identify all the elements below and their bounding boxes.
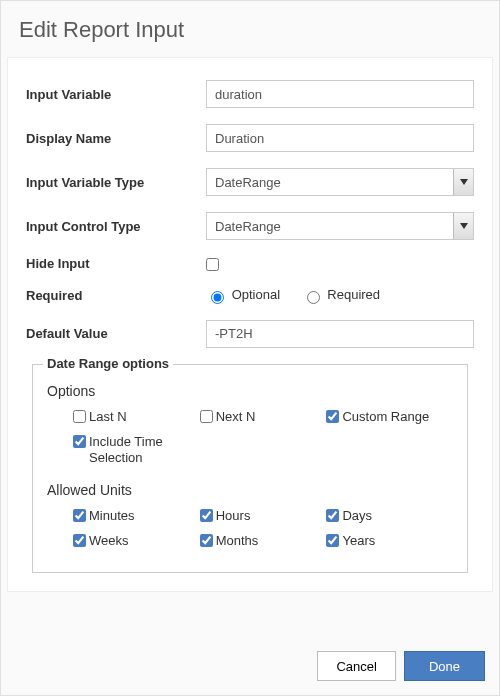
label-input-variable-type: Input Variable Type [26, 175, 206, 190]
row-input-variable-type: Input Variable Type DateRange [26, 168, 474, 196]
label-display-name: Display Name [26, 131, 206, 146]
date-range-options-legend: Date Range options [43, 356, 173, 371]
option-include-time[interactable]: Include Time Selection [69, 434, 196, 467]
options-grid: Last N Next N Custom Range Include Time … [47, 409, 453, 475]
edit-report-input-dialog: Edit Report Input Input Variable Display… [0, 0, 500, 696]
unit-months-checkbox[interactable] [200, 534, 213, 547]
unit-weeks[interactable]: Weeks [69, 533, 196, 550]
unit-years-label: Years [342, 533, 375, 549]
required-required-radio[interactable] [307, 291, 320, 304]
row-default-value: Default Value [26, 320, 474, 348]
label-hide-input: Hide Input [26, 256, 206, 271]
row-hide-input: Hide Input [26, 256, 474, 271]
required-optional-option[interactable]: Optional [206, 287, 284, 302]
dialog-body: Input Variable Display Name Input Variab… [7, 57, 493, 592]
chevron-down-icon [453, 213, 473, 239]
row-input-control-type: Input Control Type DateRange [26, 212, 474, 240]
unit-years-checkbox[interactable] [326, 534, 339, 547]
unit-hours-checkbox[interactable] [200, 509, 213, 522]
required-optional-label: Optional [232, 287, 280, 302]
unit-days-label: Days [342, 508, 372, 524]
option-custom-range-checkbox[interactable] [326, 410, 339, 423]
cancel-button[interactable]: Cancel [317, 651, 395, 681]
label-required: Required [26, 288, 206, 303]
label-input-variable: Input Variable [26, 87, 206, 102]
label-input-control-type: Input Control Type [26, 219, 206, 234]
option-custom-range[interactable]: Custom Range [322, 409, 449, 426]
unit-weeks-checkbox[interactable] [73, 534, 86, 547]
unit-minutes-checkbox[interactable] [73, 509, 86, 522]
options-header: Options [47, 383, 453, 399]
unit-hours[interactable]: Hours [196, 508, 323, 525]
unit-years[interactable]: Years [322, 533, 449, 550]
option-custom-range-label: Custom Range [342, 409, 429, 425]
units-grid: Minutes Hours Days Weeks Months [47, 508, 453, 558]
option-last-n[interactable]: Last N [69, 409, 196, 426]
option-last-n-label: Last N [89, 409, 127, 425]
unit-days[interactable]: Days [322, 508, 449, 525]
unit-hours-label: Hours [216, 508, 251, 524]
unit-minutes-label: Minutes [89, 508, 135, 524]
unit-weeks-label: Weeks [89, 533, 129, 549]
hide-input-checkbox[interactable] [206, 258, 219, 271]
option-next-n[interactable]: Next N [196, 409, 323, 426]
unit-minutes[interactable]: Minutes [69, 508, 196, 525]
unit-days-checkbox[interactable] [326, 509, 339, 522]
input-control-type-select[interactable]: DateRange [206, 212, 474, 240]
row-input-variable: Input Variable [26, 80, 474, 108]
required-required-label: Required [327, 287, 380, 302]
input-variable-type-value: DateRange [207, 175, 453, 190]
default-value-field[interactable] [206, 320, 474, 348]
input-variable-type-select[interactable]: DateRange [206, 168, 474, 196]
display-name-field[interactable] [206, 124, 474, 152]
unit-months-label: Months [216, 533, 259, 549]
done-button[interactable]: Done [404, 651, 485, 681]
dialog-header: Edit Report Input [1, 1, 499, 57]
units-header: Allowed Units [47, 482, 453, 498]
row-required: Required Optional Required [26, 287, 474, 304]
required-optional-radio[interactable] [211, 291, 224, 304]
option-last-n-checkbox[interactable] [73, 410, 86, 423]
dialog-footer: Cancel Done [1, 637, 499, 695]
required-required-option[interactable]: Required [302, 287, 380, 302]
input-control-type-value: DateRange [207, 219, 453, 234]
label-default-value: Default Value [26, 326, 206, 341]
date-range-options-fieldset: Date Range options Options Last N Next N… [32, 364, 468, 574]
dialog-title: Edit Report Input [19, 17, 481, 43]
chevron-down-icon [453, 169, 473, 195]
option-next-n-checkbox[interactable] [200, 410, 213, 423]
option-next-n-label: Next N [216, 409, 256, 425]
option-include-time-label: Include Time Selection [89, 434, 196, 467]
unit-months[interactable]: Months [196, 533, 323, 550]
option-include-time-checkbox[interactable] [73, 435, 86, 448]
input-variable-field[interactable] [206, 80, 474, 108]
row-display-name: Display Name [26, 124, 474, 152]
